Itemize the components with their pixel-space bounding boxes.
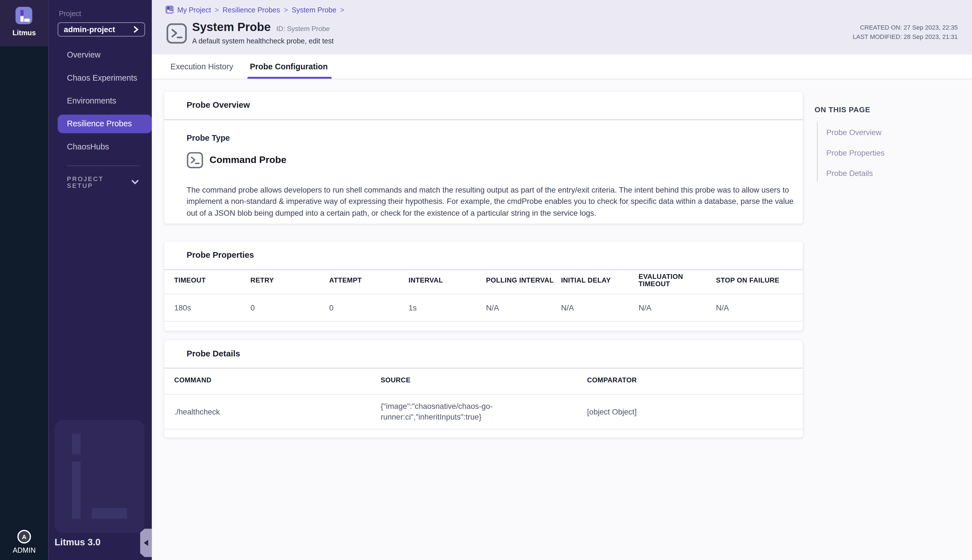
properties-table-row: 180s 0 0 1s N/A N/A N/A N/A: [164, 294, 803, 322]
tab-bar: Execution History Probe Configuration: [152, 54, 972, 79]
brand-name: Litmus: [0, 29, 48, 37]
sidebar-item-chaoshubs[interactable]: ChaosHubs: [58, 138, 152, 156]
on-this-page-nav: Probe Overview Probe Properties Probe De…: [817, 122, 885, 182]
sidebar-item-label: Chaos Experiments: [67, 73, 137, 82]
card-title-probe-properties: Probe Properties: [187, 250, 254, 260]
breadcrumb-resilience-probes[interactable]: Resilience Probes: [223, 6, 280, 13]
chevron-right-icon: [133, 26, 139, 33]
breadcrumb-logo-icon: [165, 6, 174, 14]
col-polling-interval: POLLING INTERVAL: [486, 276, 561, 284]
value-retry: 0: [250, 303, 329, 312]
value-attempt: 0: [329, 303, 408, 312]
sidebar-item-resilience-probes[interactable]: Resilience Probes: [58, 115, 152, 133]
value-initial-delay: N/A: [561, 303, 639, 312]
breadcrumb: My Project > Resilience Probes > System …: [165, 6, 344, 14]
created-on: CREATED ON: 27 Sep 2023, 22:35: [853, 23, 958, 32]
brand-block[interactable]: Litmus: [0, 0, 48, 47]
probe-subtitle: A default system healthcheck probe, edit…: [192, 37, 334, 45]
probe-type-label: Probe Type: [187, 133, 230, 143]
sidebar-divider: [67, 165, 139, 166]
card-divider: [164, 119, 803, 120]
project-selector-value: admin-project: [64, 25, 115, 34]
sidebar-item-label: Environments: [67, 96, 116, 105]
active-tab-indicator: [247, 77, 332, 79]
col-retry: RETRY: [250, 276, 329, 284]
card-title-probe-overview: Probe Overview: [187, 100, 250, 110]
breadcrumb-separator: >: [284, 6, 288, 13]
card-title-probe-details: Probe Details: [187, 349, 240, 358]
collapse-left-icon: [144, 540, 148, 546]
probe-properties-card: Probe Properties TIMEOUT RETRY ATTEMPT I…: [164, 242, 803, 331]
page-header: My Project > Resilience Probes > System …: [152, 0, 972, 54]
user-name-label: ADMIN: [0, 547, 48, 554]
details-table-header: COMMAND SOURCE COMPARATOR: [164, 365, 803, 395]
sidebar-item-environments[interactable]: Environments: [58, 92, 152, 110]
properties-table-header: TIMEOUT RETRY ATTEMPT INTERVAL POLLING I…: [164, 267, 803, 294]
onpage-link-probe-overview[interactable]: Probe Overview: [827, 126, 885, 139]
project-selector[interactable]: admin-project: [58, 22, 145, 37]
probe-type-description: The command probe allows developers to r…: [187, 184, 802, 219]
details-table-row: ./healthcheck {"image":"chaosnative/chao…: [164, 395, 803, 430]
probe-id-label: ID: System Probe: [277, 25, 330, 32]
value-evaluation-timeout: N/A: [639, 303, 716, 312]
chevron-down-icon: [132, 180, 139, 185]
sidebar-collapse-button[interactable]: [140, 529, 152, 557]
col-interval: INTERVAL: [408, 276, 486, 284]
sidebar-item-chaos-experiments[interactable]: Chaos Experiments: [58, 69, 152, 87]
probe-overview-card: Probe Overview Probe Type Command Probe …: [164, 92, 803, 223]
onpage-link-probe-properties[interactable]: Probe Properties: [827, 147, 885, 159]
tab-execution-history[interactable]: Execution History: [170, 54, 233, 79]
project-setup-toggle[interactable]: PROJECT SETUP: [67, 175, 139, 189]
project-setup-label: PROJECT SETUP: [67, 175, 132, 189]
left-rail: Litmus A ADMIN: [0, 0, 48, 560]
col-source: SOURCE: [380, 376, 587, 383]
value-command: ./healthcheck: [174, 407, 381, 416]
probe-type-value: Command Probe: [210, 154, 287, 165]
onpage-link-probe-details[interactable]: Probe Details: [827, 167, 885, 180]
tab-probe-configuration[interactable]: Probe Configuration: [250, 54, 328, 79]
col-comparator: COMPARATOR: [587, 376, 803, 383]
value-interval: 1s: [408, 303, 486, 312]
page-title: System Probe: [192, 21, 271, 34]
project-label: Project: [59, 10, 81, 17]
litmus-app: Litmus A ADMIN Project admin-project Ove…: [0, 0, 972, 560]
probe-details-card: Probe Details COMMAND SOURCE COMPARATOR …: [164, 340, 803, 438]
last-modified: LAST MODIFIED: 28 Sep 2023, 21:31: [853, 32, 958, 42]
litmus-logo-icon: [15, 7, 32, 24]
value-polling-interval: N/A: [486, 303, 561, 312]
litmus-watermark-logo: [55, 420, 144, 533]
breadcrumb-my-project[interactable]: My Project: [177, 6, 211, 13]
breadcrumb-separator: >: [215, 6, 219, 13]
value-comparator: [object Object]: [587, 407, 803, 416]
avatar-initial: A: [22, 533, 27, 540]
col-attempt: ATTEMPT: [329, 276, 408, 284]
value-stop-on-failure: N/A: [716, 303, 803, 312]
project-sidebar: Project admin-project Overview Chaos Exp…: [48, 0, 152, 560]
col-evaluation-timeout: EVALUATION TIMEOUT: [639, 273, 716, 288]
timestamps: CREATED ON: 27 Sep 2023, 22:35 LAST MODI…: [853, 23, 958, 42]
sidebar-item-label: Overview: [67, 50, 100, 60]
sidebar-item-label: ChaosHubs: [67, 142, 109, 151]
col-timeout: TIMEOUT: [174, 276, 250, 284]
app-version: Litmus 3.0: [55, 537, 100, 547]
value-timeout: 180s: [174, 303, 250, 312]
breadcrumb-system-probe[interactable]: System Probe: [292, 6, 337, 13]
on-this-page-title: ON THIS PAGE: [815, 105, 870, 114]
terminal-probe-icon: [166, 23, 187, 44]
breadcrumb-separator: >: [340, 6, 344, 13]
user-avatar[interactable]: A: [17, 530, 31, 543]
col-command: COMMAND: [174, 376, 381, 383]
sidebar-item-overview[interactable]: Overview: [58, 46, 152, 65]
command-probe-terminal-icon: [187, 152, 203, 168]
value-source: {"image":"chaosnative/chaos-go-runner:ci…: [380, 402, 514, 422]
col-stop-on-failure: STOP ON FAILURE: [716, 276, 803, 284]
sidebar-item-label: Resilience Probes: [67, 119, 132, 128]
col-initial-delay: INITIAL DELAY: [561, 276, 639, 284]
